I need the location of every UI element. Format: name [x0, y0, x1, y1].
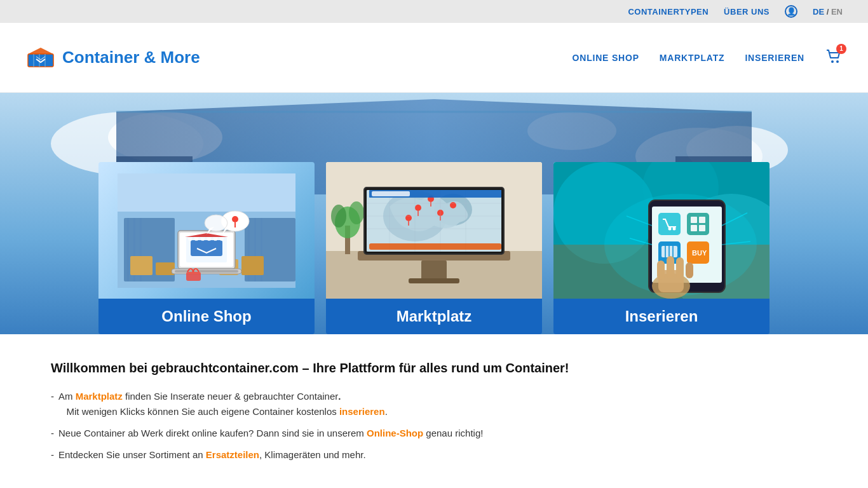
card-online-image [98, 162, 315, 299]
nav-inserieren[interactable]: INSERIEREN [745, 53, 804, 63]
card-markt-image [326, 162, 542, 299]
svg-rect-97 [658, 213, 681, 235]
inserieren-illustration: BUY [553, 162, 770, 299]
svg-rect-102 [699, 217, 705, 223]
svg-rect-34 [241, 256, 264, 275]
svg-rect-31 [130, 256, 153, 275]
svg-rect-86 [369, 243, 501, 250]
link-inserieren-inline[interactable]: inserieren [339, 406, 385, 417]
svg-rect-103 [691, 225, 697, 231]
card-inserieren-image: BUY [553, 162, 770, 299]
bullet-3: Entdecken Sie unser Sortiment an Ersatzt… [51, 447, 817, 463]
online-shop-illustration [118, 173, 295, 288]
svg-point-63 [331, 205, 346, 227]
bullet-1: Am Marktplatz finden Sie Inserate neuer … [51, 389, 817, 419]
svg-rect-88 [372, 191, 410, 196]
svg-text:BUY: BUY [692, 249, 707, 257]
content-section: Willkommen bei gebrauchtcontainer.com – … [0, 334, 868, 488]
nav-online-shop[interactable]: ONLINE SHOP [573, 53, 639, 63]
svg-point-99 [673, 227, 676, 231]
svg-point-53 [205, 215, 227, 231]
svg-rect-118 [657, 261, 665, 280]
card-marktplatz-label: Marktplatz [326, 299, 542, 334]
content-list: Am Marktplatz finden Sie Inserate neuer … [51, 389, 817, 463]
card-inserieren-label: Inserieren [553, 299, 770, 334]
link-ersatzteile[interactable]: Ersatzteilen [206, 449, 259, 460]
svg-rect-32 [156, 262, 175, 275]
hero-section: Online Shop [0, 93, 868, 334]
top-nav-containertypen[interactable]: CONTAINERTYPEN [628, 7, 709, 17]
svg-rect-59 [421, 261, 447, 280]
link-marktplatz[interactable]: Marktplatz [76, 391, 123, 402]
svg-rect-38 [191, 240, 222, 256]
svg-marker-4 [28, 48, 53, 54]
logo-text: Container & More [62, 48, 200, 67]
lang-de[interactable]: DE [813, 7, 824, 17]
main-nav: ONLINE SHOP MARKTPLATZ INSERIEREN 1 [573, 48, 843, 68]
cart-button[interactable]: 1 [825, 48, 843, 68]
logo[interactable]: Container & More [25, 45, 200, 71]
svg-point-6 [836, 60, 839, 63]
svg-rect-121 [686, 262, 693, 278]
lang-separator: / [827, 7, 831, 17]
svg-rect-45 [186, 272, 201, 281]
svg-rect-100 [687, 213, 709, 235]
nav-marktplatz[interactable]: MARKTPLATZ [660, 53, 725, 63]
user-icon[interactable]: 👤 [785, 5, 797, 18]
svg-rect-0 [28, 54, 53, 67]
svg-rect-120 [676, 257, 684, 278]
svg-rect-24 [127, 218, 129, 281]
svg-rect-119 [667, 256, 674, 278]
svg-point-64 [349, 201, 364, 224]
bullet-2: Neue Container ab Werk direkt online kau… [51, 426, 817, 441]
language-switcher[interactable]: DE / EN [813, 7, 843, 17]
logo-icon [25, 45, 56, 71]
svg-point-43 [232, 216, 238, 222]
hero-cards: Online Shop [0, 162, 868, 334]
cart-badge: 1 [836, 44, 846, 54]
header: Container & More ONLINE SHOP MARKTPLATZ … [0, 23, 868, 93]
svg-point-76 [405, 215, 412, 221]
svg-rect-60 [409, 278, 459, 283]
svg-point-70 [415, 205, 421, 211]
content-heading: Willkommen bei gebrauchtcontainer.com – … [51, 360, 817, 376]
lang-en[interactable]: EN [831, 7, 843, 17]
card-inserieren[interactable]: BUY Inserieren [553, 162, 770, 334]
svg-rect-40 [175, 270, 238, 273]
top-bar: CONTAINERTYPEN ÜBER UNS 👤 DE / EN [0, 0, 868, 23]
svg-point-5 [831, 60, 834, 63]
top-nav-ueber-uns[interactable]: ÜBER UNS [724, 7, 770, 17]
link-online-shop-inline[interactable]: Online-Shop [367, 428, 423, 438]
svg-point-78 [450, 202, 456, 208]
marktplatz-illustration [326, 162, 542, 299]
svg-point-98 [668, 227, 672, 231]
svg-rect-104 [699, 225, 705, 231]
card-marktplatz[interactable]: Marktplatz [326, 162, 542, 334]
card-online-shop-label: Online Shop [98, 299, 315, 334]
svg-rect-101 [691, 217, 697, 223]
card-online-shop[interactable]: Online Shop [98, 162, 315, 334]
